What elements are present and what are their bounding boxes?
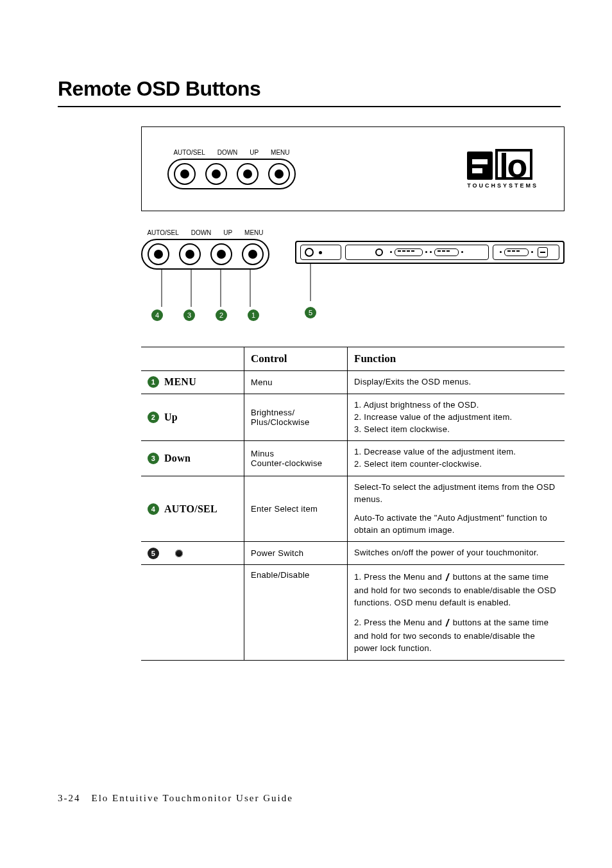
label-menu: MENU [244,229,263,236]
enable-text-2a: 2. Press the Menu and [354,618,445,627]
label-down: DOWN [217,149,238,156]
remote-button-icon [174,163,196,185]
figure-remote-callouts: AUTO/SEL DOWN UP MENU [141,229,565,321]
table-row: 2Up Brightness/ Plus/Clockwise 1. Adjust… [141,394,565,441]
callout-badge-3: 3 [183,309,195,321]
badge-3: 3 [148,453,159,464]
row-label-up: Up [164,412,178,423]
row-label-down: Down [164,453,191,464]
table-row: 1MENU Menu Display/Exits the OSD menus. [141,371,565,394]
title-rule [58,106,561,107]
row-label-menu: MENU [164,376,196,388]
label-auto-sel: AUTO/SEL [147,229,178,236]
elo-lo-icon: lo [495,149,532,180]
function-autosel: Select-To select the adjustment items fr… [348,476,565,542]
slash-icon: / [446,570,449,585]
function-autosel-a: Select-To select the adjustment items fr… [354,482,558,506]
function-down: 1. Decrease value of the adjustment item… [348,441,565,476]
page-title: Remote OSD Buttons [58,77,561,101]
label-menu: MENU [271,149,289,156]
badge-4: 4 [148,503,159,515]
remote-button-icon [242,243,264,265]
remote-button-icon [205,163,227,185]
table-row: 4AUTO/SEL Enter Select item Select-To se… [141,476,565,542]
function-power: Switches on/off the power of your touchm… [348,542,565,565]
slash-icon: / [446,616,449,630]
label-up: UP [250,149,259,156]
callout-badge-2: 2 [216,309,227,321]
remote-button-icon [148,243,169,265]
control-down: Minus Counter-clockwise [244,441,348,476]
table-row: 5 Power Switch Switches on/off the power… [141,542,565,565]
row-label-autosel: AUTO/SEL [164,503,217,515]
callout-badge-1: 1 [248,309,259,321]
callout-line-5-icon [295,263,334,313]
function-autosel-b: Auto-To activate the "Auto Adjustment" f… [354,512,558,537]
table-row: Enable/Disable 1. Press the Menu and / b… [141,565,565,661]
elo-logo: lo TOUCHSYSTEMS [467,149,538,189]
badge-1: 1 [148,376,159,388]
control-enable: Enable/Disable [244,565,348,661]
table-header-control: Control [244,347,348,371]
remote-button-icon [237,163,259,185]
remote-button-icon [268,163,290,185]
control-autosel: Enter Select item [244,476,348,542]
page-footer: 3-24 Elo Entuitive Touchmonitor User Gui… [58,793,293,804]
elo-logo-sub: TOUCHSYSTEMS [467,182,538,189]
control-up: Brightness/ Plus/Clockwise [244,394,348,441]
remote-icon [167,159,296,189]
table-row: 3Down Minus Counter-clockwise 1. Decreas… [141,441,565,476]
badge-2: 2 [148,412,159,423]
remote-icon [141,239,269,270]
callout-badge-5: 5 [305,307,316,318]
label-down: DOWN [191,229,212,236]
function-up: 1. Adjust brightness of the OSD. 2. Incr… [348,394,565,441]
remote-button-labels: AUTO/SEL DOWN UP MENU [167,149,296,156]
remote-button-icon [210,243,232,265]
power-led-icon [175,550,183,557]
elo-e-icon [467,152,493,180]
remote-box: AUTO/SEL DOWN UP MENU [167,149,296,189]
controls-table: Control Function 1MENU Menu Display/Exit… [141,347,565,661]
function-enable: 1. Press the Menu and / buttons at the s… [348,565,565,661]
table-header-empty [141,347,244,371]
figure-remote-and-logo: AUTO/SEL DOWN UP MENU lo TOUCHSYSTEMS [141,126,565,211]
function-menu: Display/Exits the OSD menus. [348,371,565,394]
label-auto-sel: AUTO/SEL [173,149,205,156]
table-header-function: Function [348,347,565,371]
control-power: Power Switch [244,542,348,565]
control-menu: Menu [244,371,348,394]
callout-badge-4: 4 [151,309,163,321]
label-up: UP [223,229,232,236]
monitor-bottom-panel-icon [295,241,565,264]
badge-5: 5 [148,548,159,559]
remote-button-icon [179,243,201,265]
enable-text-1a: 1. Press the Menu and [354,572,445,582]
remote-button-labels: AUTO/SEL DOWN UP MENU [141,229,269,236]
